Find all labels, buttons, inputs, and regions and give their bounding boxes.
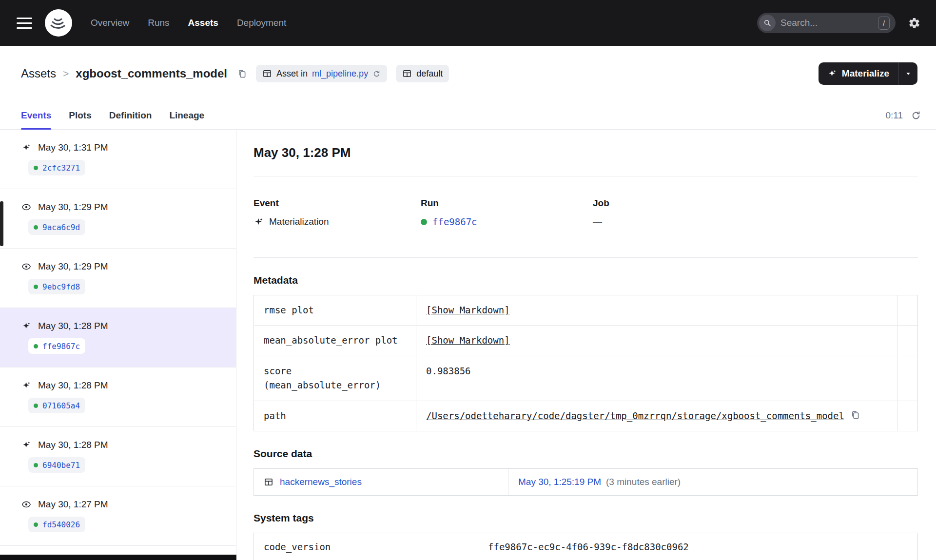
run-tag[interactable]: 9ebc9fd8 [28,279,85,294]
event-time: May 30, 1:28 PM [38,380,108,391]
breadcrumb-assets-link[interactable]: Assets [21,67,56,80]
code-location-link[interactable]: ml_pipeline.py [312,69,368,79]
run-id-link[interactable]: ffe9867c [42,342,80,351]
breadcrumb: Assets > xgboost_comments_model [21,67,227,80]
observation-eye-icon [21,202,31,212]
tab-lineage[interactable]: Lineage [169,101,204,129]
group-table-icon [402,69,412,78]
table-row: path /Users/odetteharary/code/dagster/tm… [254,401,917,431]
asset-tag-prefix: Asset in [276,69,308,79]
run-tag[interactable]: 9aca6c9d [28,219,85,235]
run-tag[interactable]: fd540026 [28,517,85,532]
materialize-split-button: Materialize [819,62,917,85]
group-tag-label: default [416,69,443,79]
asset-table-icon [264,477,273,487]
search-icon [759,15,776,31]
show-markdown-link[interactable]: [Show Markdown] [426,303,510,317]
event-time: May 30, 1:31 PM [38,142,108,153]
system-tag-value: ffe9867c-ec9c-4f06-939c-f8dc830c0962 [478,533,917,560]
event-summary-row: Event Materialization Run ffe9867c Job — [254,176,918,257]
search-input[interactable] [780,18,873,28]
nav-item-deployment[interactable]: Deployment [237,18,286,28]
reload-location-icon[interactable] [372,70,381,78]
copy-asset-name-button[interactable] [237,69,247,79]
vertical-scrollbar-thumb[interactable] [0,201,3,246]
asset-group-tag[interactable]: default [396,65,449,82]
run-id-link[interactable]: 9ebc9fd8 [42,282,80,291]
source-data-heading: Source data [254,448,918,460]
event-list-item[interactable]: May 30, 1:29 PM 9aca6c9d [0,189,236,249]
source-time-link[interactable]: May 30, 1:25:19 PM [518,477,601,487]
search-shortcut-badge: / [878,17,890,30]
table-spacer-cell [898,401,917,431]
run-id-link[interactable]: 6940be71 [42,461,80,470]
refresh-icon[interactable] [911,110,921,121]
event-list-item[interactable]: May 30, 1:28 PM 6940be71 [0,427,236,486]
event-type-value: Materialization [269,216,329,227]
event-time: May 30, 1:27 PM [38,499,108,510]
global-search[interactable]: / [757,13,896,33]
event-list-item[interactable]: May 30, 1:29 PM 9ebc9fd8 [0,249,236,308]
show-markdown-link[interactable]: [Show Markdown] [426,333,510,348]
run-id-link[interactable]: 2cfc3271 [42,163,80,173]
tab-events[interactable]: Events [21,101,51,129]
event-list-item[interactable]: May 30, 1:28 PM 071605a4 [0,367,236,427]
nav-item-runs[interactable]: Runs [148,18,169,28]
materialization-icon [21,321,31,331]
run-id-link[interactable]: 071605a4 [42,401,80,410]
run-status-dot [34,344,38,348]
run-status-dot [34,522,38,527]
table-spacer-cell [898,295,917,325]
system-tags-heading: System tags [254,512,918,524]
storage-path-link[interactable]: /Users/odetteharary/code/dagster/tmp_0mz… [426,409,844,423]
menu-icon[interactable] [17,18,32,29]
event-detail-title: May 30, 1:28 PM [254,145,918,160]
event-list-item[interactable]: May 30, 1:31 PM 2cfc3271 [0,130,236,189]
asset-header: Assets > xgboost_comments_model Asset in… [0,46,936,101]
table-spacer-cell [898,326,917,355]
refresh-countdown: 0:11 [885,110,903,121]
table-spacer-cell [898,356,917,401]
job-value: — [593,216,602,227]
run-tag[interactable]: ffe9867c [28,338,85,354]
copy-path-icon[interactable] [850,410,860,420]
tab-plots[interactable]: Plots [69,101,91,129]
run-id-link[interactable]: 9aca6c9d [42,223,80,232]
run-tag[interactable]: 071605a4 [28,398,85,413]
table-row: code_version ffe9867c-ec9c-4f06-939c-f8d… [254,533,917,560]
primary-nav: Overview Runs Assets Deployment [91,18,286,28]
tab-definition[interactable]: Definition [109,101,152,129]
settings-button[interactable] [908,17,920,29]
run-id-link[interactable]: fd540026 [42,520,80,529]
table-row: mean_absolute_error plot [Show Markdown] [254,326,917,356]
metadata-key: mean_absolute_error plot [254,326,416,355]
event-list-item-selected[interactable]: May 30, 1:28 PM ffe9867c [0,308,236,367]
run-tag[interactable]: 2cfc3271 [28,160,85,175]
run-status-dot [34,463,38,467]
run-link[interactable]: ffe9867c [432,216,477,227]
nav-item-assets[interactable]: Assets [188,18,218,28]
event-list-item[interactable]: May 30, 1:27 PM fd540026 [0,486,236,546]
run-status-dot [421,219,427,225]
horizontal-scrollbar[interactable] [0,555,236,560]
run-tag[interactable]: 6940be71 [28,457,85,473]
metadata-value: 0.983856 [426,364,471,378]
dagster-logo[interactable] [45,9,72,37]
materialization-icon [254,217,264,227]
source-asset-link[interactable]: hackernews_stories [280,477,362,487]
system-tag-key: code_version [254,533,478,560]
event-time: May 30, 1:29 PM [38,261,108,272]
breadcrumb-separator: > [63,68,69,79]
materialize-button[interactable]: Materialize [819,62,898,85]
run-status-dot [34,285,38,289]
materialize-label: Materialize [842,68,889,79]
source-time-cell: May 30, 1:25:19 PM (3 minutes earlier) [508,469,917,495]
metadata-heading: Metadata [254,274,918,286]
materialize-dropdown-button[interactable] [898,62,917,85]
run-label: Run [421,198,593,209]
nav-item-overview[interactable]: Overview [91,18,129,28]
divider [254,257,918,258]
source-time-note: (3 minutes earlier) [606,477,681,487]
job-label: Job [593,198,609,209]
source-data-table: hackernews_stories May 30, 1:25:19 PM (3… [254,468,918,496]
